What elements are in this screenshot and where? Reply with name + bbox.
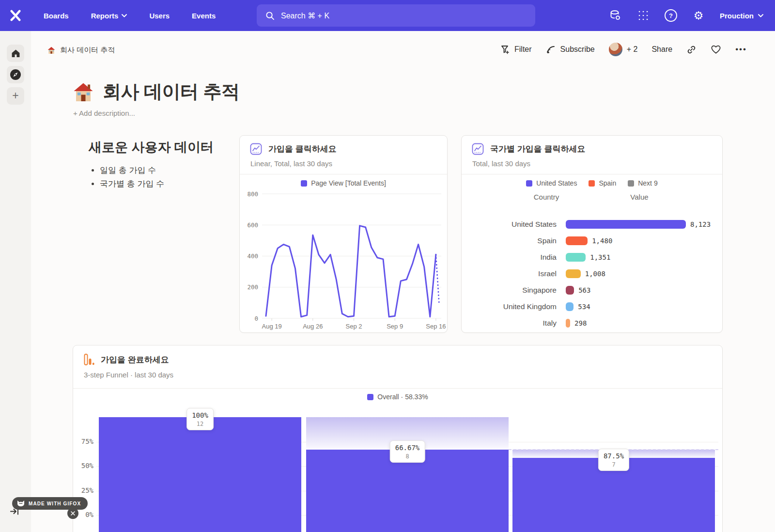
- legend-label: Overall · 58.33%: [377, 393, 428, 401]
- funnel-chart-card[interactable]: 가입을 완료하세요 3-step Funnel · last 30 days O…: [73, 345, 723, 532]
- sidebar-home-button[interactable]: [7, 45, 24, 62]
- value-bar[interactable]: [566, 302, 574, 311]
- nav-item-events[interactable]: Events: [192, 12, 216, 20]
- funnel-tooltip: 100%12: [186, 408, 214, 430]
- table-row[interactable]: United Kingdom534: [462, 298, 722, 315]
- favorite-button[interactable]: [711, 45, 721, 54]
- y-axis-label: 200: [247, 283, 258, 291]
- card-title: 가입을 클릭하세요: [268, 143, 337, 155]
- left-sidebar: +: [0, 31, 31, 532]
- legend-item[interactable]: Overall · 58.33%: [367, 393, 428, 401]
- y-axis-label: 75%: [73, 438, 93, 445]
- value-bar[interactable]: [566, 269, 581, 278]
- page-title[interactable]: 회사 데이터 추적: [103, 79, 240, 104]
- table-row[interactable]: Israel1,008: [462, 266, 722, 282]
- legend-label: Next 9: [638, 179, 657, 187]
- breadcrumb[interactable]: 회사 데이터 추적: [47, 46, 115, 55]
- value-text: 1,480: [592, 237, 612, 245]
- column-header-value: Value: [603, 193, 676, 201]
- app-window: Boards Reports Users Events Search ⌘ + K: [0, 0, 775, 532]
- chevron-down-icon: [758, 14, 763, 17]
- funnel-chart-icon: [84, 353, 94, 366]
- card-subtitle: Linear, Total, last 30 days: [250, 159, 332, 168]
- x-axis-label: Aug 26: [303, 323, 323, 330]
- copy-link-button[interactable]: [686, 45, 697, 55]
- collaborators-count: + 2: [627, 45, 638, 54]
- divider: [73, 388, 722, 389]
- funnel-conversion-pct: 87.5%: [604, 452, 624, 460]
- nav-item-reports[interactable]: Reports: [91, 12, 127, 20]
- bullet-item: 일일 총 가입 수: [100, 164, 164, 177]
- add-description-button[interactable]: + Add description...: [73, 109, 135, 117]
- share-button[interactable]: Share: [651, 45, 672, 54]
- data-management-icon[interactable]: [609, 9, 622, 22]
- value-bar[interactable]: [566, 319, 570, 328]
- collaborators[interactable]: + 2: [609, 43, 638, 56]
- text-card-heading: 새로운 사용자 데이터: [89, 139, 214, 156]
- nav-label: Boards: [44, 12, 69, 20]
- nav-item-users[interactable]: Users: [149, 12, 170, 20]
- value-bar[interactable]: [566, 220, 686, 229]
- heart-icon: [711, 45, 721, 54]
- more-options-button[interactable]: •••: [735, 45, 747, 54]
- breadcrumb-title: 회사 데이터 추적: [60, 46, 115, 55]
- card-header: 국가별 가입을 클릭하세요: [472, 143, 585, 155]
- sidebar-add-button[interactable]: +: [7, 87, 24, 105]
- link-icon: [686, 45, 697, 55]
- nav-label: Events: [192, 12, 216, 20]
- value-text: 534: [578, 303, 590, 311]
- funnel-bar[interactable]: [99, 417, 301, 532]
- fox-icon: [17, 500, 25, 507]
- share-label: Share: [651, 45, 672, 54]
- value-text: 563: [578, 286, 590, 294]
- text-card-bullets: 일일 총 가입 수 국가별 총 가입 수: [90, 164, 164, 190]
- line-series[interactable]: [266, 226, 436, 317]
- sidebar-explore-button[interactable]: [7, 66, 24, 83]
- legend-item[interactable]: United States: [526, 179, 577, 187]
- card-header: 가입을 완료하세요: [84, 353, 169, 366]
- card-subtitle: 3-step Funnel · last 30 days: [84, 371, 173, 379]
- line-chart-plot[interactable]: 0200400600800Aug 19Aug 26Sep 2Sep 9Sep 1…: [240, 184, 447, 332]
- line-chart-icon: [472, 143, 484, 155]
- column-header-country: Country: [510, 193, 583, 201]
- project-switcher[interactable]: Prouction: [720, 12, 763, 20]
- bar-chart-card[interactable]: 국가별 가입을 클릭하세요 Total, last 30 days United…: [461, 135, 723, 333]
- table-row[interactable]: India1,351: [462, 249, 722, 266]
- search-placeholder: Search ⌘ + K: [281, 11, 329, 20]
- divider: [240, 174, 447, 174]
- settings-gear-icon[interactable]: ⚙: [692, 9, 705, 22]
- subscribe-button[interactable]: Subscribe: [546, 45, 595, 55]
- value-bar[interactable]: [566, 286, 574, 295]
- house-emoji-icon: [47, 46, 56, 54]
- help-icon[interactable]: ?: [665, 9, 677, 22]
- funnel-conversion-pct: 66.67%: [395, 444, 420, 452]
- table-row[interactable]: Italy298: [462, 315, 722, 331]
- gifox-close-button[interactable]: [67, 508, 78, 519]
- table-row[interactable]: Singapore563: [462, 282, 722, 298]
- value-bar[interactable]: [566, 253, 586, 262]
- gifox-badge[interactable]: MADE WITH GIFOX: [12, 497, 88, 510]
- table-row[interactable]: Spain1,480: [462, 233, 722, 249]
- close-icon: [71, 511, 75, 516]
- funnel-legend: Overall · 58.33%: [73, 393, 722, 401]
- funnel-plot[interactable]: 0%25%50%75%100%1266.67%887.5%7: [73, 404, 722, 532]
- filter-button[interactable]: Filter: [500, 45, 532, 54]
- house-emoji-icon: [72, 81, 95, 103]
- search-icon: [265, 11, 275, 20]
- card-title: 가입을 완료하세요: [101, 354, 169, 365]
- gear-glyph: ⚙: [694, 10, 704, 21]
- mixpanel-logo[interactable]: [0, 8, 31, 23]
- country-label: United States: [462, 220, 566, 229]
- apps-grid-icon[interactable]: [637, 9, 650, 22]
- y-axis-label: 50%: [73, 462, 93, 469]
- line-chart-card[interactable]: 가입을 클릭하세요 Linear, Total, last 30 days Pa…: [239, 135, 448, 333]
- nav-item-boards[interactable]: Boards: [44, 12, 69, 20]
- card-header: 가입을 클릭하세요: [250, 143, 337, 155]
- funnel-count: 7: [604, 461, 624, 468]
- table-row[interactable]: United States8,123: [462, 216, 722, 233]
- y-axis-label: 400: [247, 252, 258, 260]
- legend-item[interactable]: Next 9: [628, 179, 657, 187]
- legend-item[interactable]: Spain: [589, 179, 616, 187]
- value-bar[interactable]: [566, 236, 588, 245]
- search-input[interactable]: Search ⌘ + K: [257, 4, 535, 27]
